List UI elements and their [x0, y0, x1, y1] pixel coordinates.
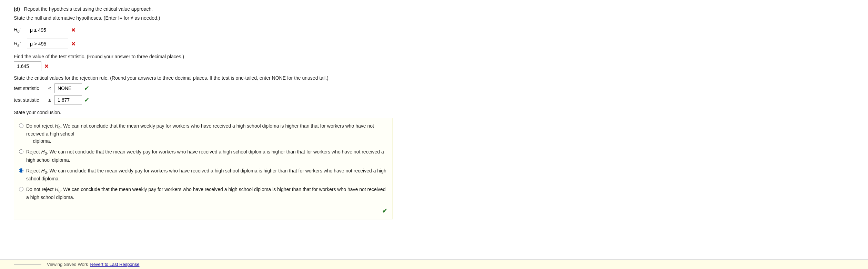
radio-opt1[interactable]	[19, 123, 23, 128]
conclusion-check-icon: ✔	[19, 205, 388, 215]
radio-opt3[interactable]	[19, 168, 23, 173]
ge-check-icon: ✔	[84, 96, 89, 104]
h0-cross-icon: ✕	[71, 27, 75, 33]
ha-input[interactable]	[27, 39, 68, 49]
find-stat-instruction: Find the value of the test statistic. (R…	[14, 54, 854, 59]
conclusion-section: State your conclusion. Do not reject H0.…	[14, 110, 854, 219]
radio-option-3: Reject H0. We can conclude that the mean…	[19, 167, 388, 182]
find-stat-section: Find the value of the test statistic. (R…	[14, 54, 854, 71]
radio-opt2-label[interactable]: Reject H0. We can not conclude that the …	[26, 148, 388, 163]
test-stat-cross-icon: ✕	[44, 63, 49, 70]
footer-viewing-text: Viewing Saved Work	[47, 262, 88, 267]
ge-symbol: ≥	[47, 97, 52, 103]
critical-values-block: State the critical values for the reject…	[14, 75, 854, 105]
radio-options-box: Do not reject H0. We can not conclude th…	[14, 118, 393, 219]
critical-row-le: test statistic ≤ ✔	[14, 83, 854, 93]
radio-opt2[interactable]	[19, 149, 23, 154]
h0-row: H0: ✕	[14, 25, 854, 35]
footer-bar: Viewing Saved Work Revert to Last Respon…	[0, 259, 868, 269]
footer-revert-link[interactable]: Revert to Last Response	[90, 262, 139, 267]
radio-option-1: Do not reject H0. We can not conclude th…	[19, 122, 388, 145]
part-d-header: (d) Repeat the hypothesis test using the…	[14, 6, 854, 12]
hypothesis-state-instruction: State the null and alternative hypothese…	[14, 15, 854, 21]
le-check-icon: ✔	[84, 84, 89, 92]
test-stat-ge-label: test statistic	[14, 97, 45, 103]
radio-opt1-label[interactable]: Do not reject H0. We can not conclude th…	[26, 122, 388, 145]
le-symbol: ≤	[47, 86, 52, 91]
h0-sub: 0	[17, 29, 19, 33]
stat-input-row: ✕	[14, 61, 854, 71]
radio-option-4: Do not reject H0. We can conclude that t…	[19, 186, 388, 201]
critical-row-ge: test statistic ≥ ✔	[14, 95, 854, 105]
ha-row: Ha: ✕	[14, 39, 854, 49]
ha-sub: a	[17, 43, 19, 47]
h0-label: H0:	[14, 27, 24, 33]
radio-opt4[interactable]	[19, 187, 23, 191]
h0-input[interactable]	[27, 25, 68, 35]
critical-le-input[interactable]	[54, 83, 82, 93]
ha-cross-icon: ✕	[71, 41, 75, 47]
radio-opt3-label[interactable]: Reject H0. We can conclude that the mean…	[26, 167, 388, 182]
test-stat-input[interactable]	[14, 61, 41, 71]
footer-divider	[14, 264, 41, 265]
state-conclusion-label: State your conclusion.	[14, 110, 854, 115]
radio-option-2: Reject H0. We can not conclude that the …	[19, 148, 388, 163]
ha-label: Ha:	[14, 41, 24, 47]
radio-opt4-label[interactable]: Do not reject H0. We can conclude that t…	[26, 186, 388, 201]
critical-values-instruction: State the critical values for the reject…	[14, 75, 854, 81]
page-wrapper: (d) Repeat the hypothesis test using the…	[0, 0, 868, 269]
repeat-instruction: Repeat the hypothesis test using the cri…	[24, 6, 153, 12]
part-d-label: (d)	[14, 6, 20, 12]
critical-ge-input[interactable]	[54, 95, 82, 105]
test-stat-le-label: test statistic	[14, 86, 45, 91]
